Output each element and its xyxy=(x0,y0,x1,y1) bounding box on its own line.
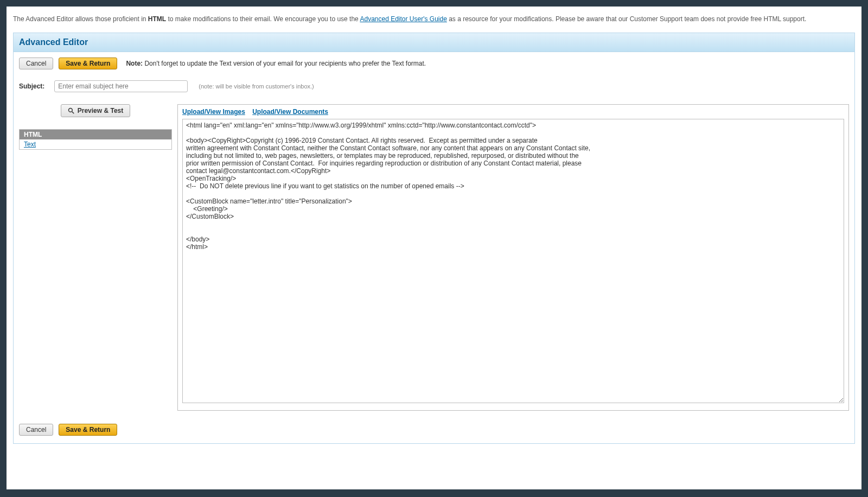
tab-text[interactable]: Text xyxy=(20,139,171,149)
note-label: Note: xyxy=(126,60,143,67)
note-line: Note: Don't forget to update the Text ve… xyxy=(126,60,426,67)
tab-text-link[interactable]: Text xyxy=(24,141,36,148)
format-tabs: HTML Text xyxy=(19,129,172,150)
intro-prefix: The Advanced Editor allows those profici… xyxy=(13,15,148,23)
html-code-textarea[interactable] xyxy=(182,119,844,403)
panel-title: Advanced Editor xyxy=(19,37,849,47)
preview-wrap: Preview & Test xyxy=(19,104,172,117)
top-button-row: Cancel Save & Return Note: Don't forget … xyxy=(19,58,849,69)
upload-docs-link[interactable]: Upload/View Documents xyxy=(252,108,328,116)
upload-links: Upload/View Images Upload/View Documents xyxy=(182,108,844,116)
subject-input[interactable] xyxy=(54,80,188,92)
subject-row: Subject: (note: will be visible from cus… xyxy=(19,80,849,92)
intro-bold-html: HTML xyxy=(148,15,166,23)
panel-header: Advanced Editor xyxy=(14,33,854,52)
note-text: Don't forget to update the Text version … xyxy=(143,60,426,67)
svg-line-1 xyxy=(72,112,74,113)
save-return-button-bottom[interactable]: Save & Return xyxy=(59,424,117,436)
bottom-button-row: Cancel Save & Return xyxy=(19,424,849,436)
app-window: The Advanced Editor allows those profici… xyxy=(7,7,861,489)
editor-panel: Advanced Editor Cancel Save & Return Not… xyxy=(13,33,855,444)
upload-images-link[interactable]: Upload/View Images xyxy=(182,108,245,116)
search-icon xyxy=(68,107,74,114)
intro-suffix: as a resource for your modifications. Pl… xyxy=(447,15,807,23)
preview-test-button[interactable]: Preview & Test xyxy=(61,104,130,117)
panel-body: Cancel Save & Return Note: Don't forget … xyxy=(14,52,854,443)
intro-text: The Advanced Editor allows those profici… xyxy=(13,15,855,23)
tab-html[interactable]: HTML xyxy=(20,130,171,139)
left-column: Preview & Test HTML Text xyxy=(19,104,172,150)
cancel-button[interactable]: Cancel xyxy=(19,58,53,69)
intro-guide-link[interactable]: Advanced Editor User's Guide xyxy=(360,15,446,23)
save-return-button[interactable]: Save & Return xyxy=(59,58,117,69)
main-area: Preview & Test HTML Text Upload/View Ima… xyxy=(19,104,849,411)
cancel-button-bottom[interactable]: Cancel xyxy=(19,424,53,436)
editor-area: Upload/View Images Upload/View Documents xyxy=(177,104,849,411)
preview-test-label: Preview & Test xyxy=(78,107,123,114)
intro-mid: to make modifications to their email. We… xyxy=(166,15,360,23)
svg-point-0 xyxy=(68,109,72,112)
subject-hint: (note: will be visible from customer's i… xyxy=(199,83,314,90)
subject-label: Subject: xyxy=(19,82,44,90)
